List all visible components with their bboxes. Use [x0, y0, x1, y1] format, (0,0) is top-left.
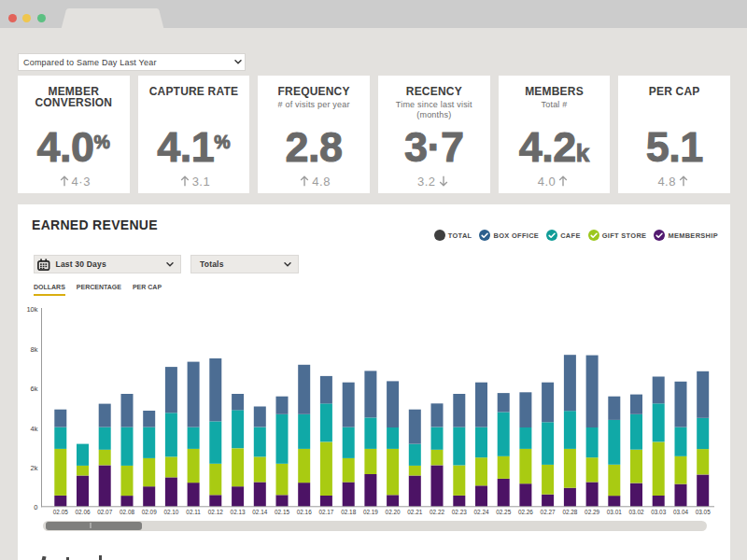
svg-text:03.04: 03.04 — [673, 509, 688, 515]
svg-text:10k: 10k — [26, 305, 37, 314]
svg-text:02.25: 02.25 — [496, 509, 511, 515]
svg-text:02.18: 02.18 — [341, 509, 356, 515]
svg-text:2k: 2k — [31, 464, 38, 472]
svg-text:02.08: 02.08 — [120, 509, 134, 515]
svg-text:02.11: 02.11 — [186, 509, 201, 515]
svg-text:02.09: 02.09 — [142, 509, 157, 515]
svg-text:03.01: 03.01 — [607, 509, 622, 515]
svg-text:02.07: 02.07 — [97, 509, 112, 515]
svg-text:02.12: 02.12 — [208, 509, 223, 515]
svg-text:02.22: 02.22 — [430, 509, 444, 515]
svg-text:02.28: 02.28 — [562, 509, 577, 515]
svg-text:8k: 8k — [31, 345, 38, 354]
svg-text:02.06: 02.06 — [76, 509, 91, 515]
svg-text:02.23: 02.23 — [452, 509, 467, 515]
svg-text:0: 0 — [34, 503, 37, 511]
svg-text:02.17: 02.17 — [318, 509, 333, 515]
svg-text:02.19: 02.19 — [363, 509, 378, 515]
svg-text:02.14: 02.14 — [252, 509, 267, 515]
svg-text:03.02: 03.02 — [629, 509, 644, 515]
svg-text:02.15: 02.15 — [275, 509, 289, 515]
svg-text:02.10: 02.10 — [163, 509, 178, 515]
svg-text:02.05: 02.05 — [53, 509, 68, 515]
svg-text:03.05: 03.05 — [696, 509, 711, 515]
svg-text:02.13: 02.13 — [231, 509, 246, 515]
svg-text:02.16: 02.16 — [297, 509, 312, 515]
svg-text:4k: 4k — [31, 425, 38, 433]
svg-text:02.27: 02.27 — [541, 509, 556, 515]
svg-text:03.03: 03.03 — [651, 509, 666, 515]
svg-text:02.24: 02.24 — [474, 509, 489, 515]
svg-text:02.29: 02.29 — [585, 509, 599, 515]
svg-text:02.26: 02.26 — [518, 509, 533, 515]
svg-text:02.20: 02.20 — [386, 509, 401, 515]
svg-text:02.21: 02.21 — [407, 509, 422, 515]
svg-text:6k: 6k — [31, 385, 38, 393]
